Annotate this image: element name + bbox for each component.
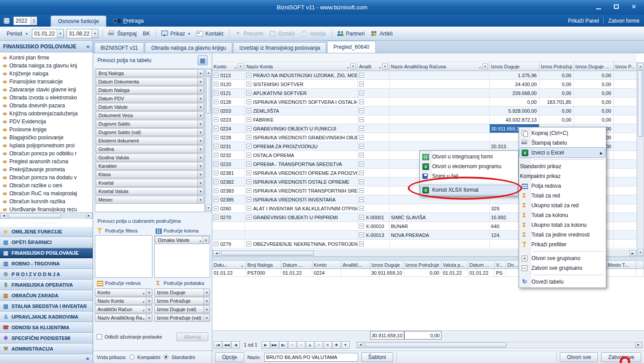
detail-header-datum3[interactable]: Datum ... bbox=[468, 261, 495, 269]
cell-naziv-konta[interactable]: ISPRAVKA VREDNOSTI GRAĐEVINSKIH OBJEK... bbox=[245, 133, 358, 142]
cell-iznos-potrazuje[interactable]: 0,00 bbox=[539, 71, 574, 80]
cell-iznos-potrazuje-val[interactable] bbox=[614, 195, 637, 204]
detail-cell-konto[interactable]: 0224 bbox=[312, 269, 341, 277]
date-to-value[interactable]: 31.08.22 bbox=[67, 31, 91, 37]
grid-row[interactable]: 0113 PRAVO NA INDUSTRIJSKI UZORAK, ŽIG, … bbox=[212, 71, 637, 80]
cell-iznos-potrazuje[interactable]: 0,00 bbox=[539, 80, 574, 89]
menu-item[interactable]: Otvori u eksternom programu bbox=[421, 162, 517, 171]
cell-naziv-analitickog[interactable]: NOVA PRERADA bbox=[390, 231, 490, 240]
cell-analit[interactable] bbox=[358, 204, 390, 213]
cell-naziv-konta[interactable]: SISTEMSKI SOFTVER bbox=[245, 80, 358, 89]
toolbar-button[interactable]: Preuzmi bbox=[229, 29, 266, 38]
sidebar-tree-item[interactable]: Zatvaranje stavki glavne knji bbox=[0, 86, 93, 94]
collapse-icon[interactable] bbox=[359, 215, 364, 220]
detail-cell-datum3[interactable]: 01.01.22 bbox=[468, 269, 495, 277]
chevron-down-icon[interactable] bbox=[203, 289, 210, 296]
cell-naziv-konta[interactable]: OSTALA OPREMA bbox=[245, 151, 358, 160]
scroll-right-icon[interactable]: ▶ bbox=[635, 342, 642, 348]
detail-header-broj-naloga[interactable]: Broj Naloga bbox=[246, 261, 281, 269]
collapse-icon[interactable] bbox=[214, 179, 219, 184]
cell-analit[interactable] bbox=[358, 142, 390, 151]
detail-header-datum2[interactable]: Datum ... bbox=[281, 261, 312, 269]
cell-naziv-konta[interactable]: ZEMLJIŠTA bbox=[245, 107, 358, 115]
collapse-icon[interactable] bbox=[214, 206, 219, 211]
cell-iznos-potrazuje-val[interactable] bbox=[614, 213, 637, 222]
cell-iznos-duguje-val[interactable]: 0,00 bbox=[574, 98, 614, 107]
pivot-field-chip[interactable]: Karakter bbox=[96, 162, 204, 170]
chevron-down-icon[interactable] bbox=[203, 237, 209, 244]
nav-button[interactable]: ◀◀ bbox=[222, 341, 231, 349]
menu-item[interactable]: Kompaktni prikaz bbox=[520, 171, 605, 181]
close-button[interactable]: ✕ bbox=[629, 3, 639, 11]
cell-konto[interactable]: 0270 bbox=[212, 213, 245, 222]
menu-item[interactable]: Kopiraj (Ctrl+C) bbox=[520, 128, 605, 138]
cell-iznos-duguje-val[interactable]: 0,00 bbox=[574, 80, 614, 89]
toolbar-button[interactable]: Označi bbox=[266, 29, 298, 38]
collapse-icon[interactable] bbox=[359, 82, 364, 87]
scrollbar-thumb[interactable] bbox=[206, 76, 211, 114]
chevron-down-icon[interactable]: ▾ bbox=[91, 29, 98, 38]
detail-cell-datum2[interactable]: 01.01.22 bbox=[281, 269, 312, 277]
cell-konto[interactable]: 0279 bbox=[212, 240, 245, 249]
nav-button[interactable]: ◀ bbox=[231, 341, 240, 349]
collapse-icon[interactable] bbox=[214, 82, 219, 87]
sidebar-tree-item[interactable]: Obrada izvoda u elektronsko bbox=[0, 94, 93, 102]
menu-item[interactable]: Standardni prikaz bbox=[520, 162, 605, 171]
cell-iznos-potrazuje-val[interactable] bbox=[614, 142, 637, 151]
sidebar-tree-item[interactable]: PDV Evidencija bbox=[0, 118, 93, 126]
maximize-button[interactable] bbox=[611, 3, 621, 11]
collapse-icon[interactable] bbox=[359, 188, 364, 193]
cell-konto[interactable]: 0233 bbox=[212, 160, 245, 169]
date-from-picker[interactable]: 01.01.22 ▾ bbox=[32, 29, 64, 38]
cell-analit[interactable] bbox=[358, 133, 390, 142]
spinner-arrows-icon[interactable]: ▲▼ bbox=[31, 17, 37, 25]
radio-kompaktni[interactable] bbox=[129, 355, 134, 359]
column-header-analit[interactable]: Analit bbox=[358, 62, 390, 71]
filter-drop-area[interactable] bbox=[95, 235, 152, 278]
date-from-value[interactable]: 01.01.22 bbox=[32, 31, 57, 37]
menu-item[interactable]: Prikaži prefilter bbox=[520, 240, 605, 249]
column-drop-area[interactable]: Oznaka Valute bbox=[154, 235, 210, 278]
collapse-icon[interactable] bbox=[246, 91, 251, 95]
cell-naziv-konta[interactable]: ISPRAVKA VREDNOSTI INVENTARA bbox=[245, 195, 358, 204]
pivot-field-chip[interactable]: Dugovni Saldo (val) bbox=[96, 128, 204, 136]
toolbar-button[interactable]: Artikli bbox=[368, 29, 396, 38]
sidebar-section[interactable]: OPŠTI ŠIFARNICI bbox=[0, 237, 93, 248]
cell-iznos-potrazuje[interactable]: 0,00 bbox=[539, 115, 574, 124]
detail-cell-iznos-potrazuje[interactable]: 0,00 bbox=[404, 269, 441, 277]
grid-row[interactable]: 0120 SISTEMSKI SOFTVER 34.430,00 0,00 0,… bbox=[212, 80, 637, 89]
row-fields-area[interactable]: Konto Naziv Konta Analitički Račun Naziv… bbox=[95, 288, 152, 322]
cell-naziv-konta[interactable]: ISPRAVKA VREDNOSTI SOFTVERA I OSTALIH P.… bbox=[245, 98, 358, 107]
scroll-down-icon[interactable]: ▼ bbox=[638, 249, 643, 256]
chevron-down-icon[interactable] bbox=[197, 137, 203, 144]
collapse-icon[interactable] bbox=[359, 206, 364, 211]
document-tab[interactable]: BIZNISOFT v11 bbox=[94, 42, 144, 53]
radio-kompaktni-label[interactable]: Kompaktni bbox=[137, 355, 160, 360]
cell-konto[interactable]: 0113 bbox=[212, 71, 245, 80]
chevron-down-icon[interactable] bbox=[197, 129, 203, 136]
collapse-icon[interactable] bbox=[246, 144, 251, 149]
sidebar-tree-item[interactable]: Kontni plan firme bbox=[0, 54, 93, 62]
cell-iznos-potrazuje-val[interactable] bbox=[614, 124, 637, 133]
collapse-icon[interactable] bbox=[359, 170, 364, 175]
pivot-field-chip[interactable]: Godina bbox=[96, 145, 204, 153]
cell-analit[interactable] bbox=[358, 89, 390, 98]
cell-iznos-duguje[interactable]: 1.375,96 bbox=[490, 71, 539, 80]
cell-iznos-duguje-val[interactable]: 0,00 bbox=[574, 89, 614, 98]
cell-naziv-analitickog[interactable] bbox=[390, 204, 490, 213]
toolbar-button[interactable]: Partneri bbox=[332, 29, 368, 38]
filter-button[interactable] bbox=[350, 63, 356, 69]
sidebar-section[interactable]: ADMINISTRACIJA bbox=[0, 343, 93, 354]
update-button[interactable]: Ažuriraj bbox=[176, 332, 208, 341]
cell-analit[interactable] bbox=[358, 178, 390, 186]
menu-item[interactable]: Zatvori sve grupisano bbox=[520, 263, 605, 273]
filter-button[interactable] bbox=[238, 63, 243, 69]
scroll-left-icon[interactable]: ◀ bbox=[213, 250, 220, 256]
collapse-icon[interactable] bbox=[214, 215, 219, 220]
collapse-icon[interactable] bbox=[246, 117, 251, 122]
pivot-field-chip[interactable]: Datum PDV bbox=[96, 95, 204, 103]
collapse-icon[interactable] bbox=[359, 233, 364, 237]
year-spinner[interactable]: 2022 ▲▼ bbox=[13, 16, 37, 25]
close-all-button[interactable]: Zatvori sve bbox=[601, 352, 641, 362]
sidebar-tree-item[interactable]: Knjižna odobrenja/zaduženja bbox=[0, 110, 93, 118]
